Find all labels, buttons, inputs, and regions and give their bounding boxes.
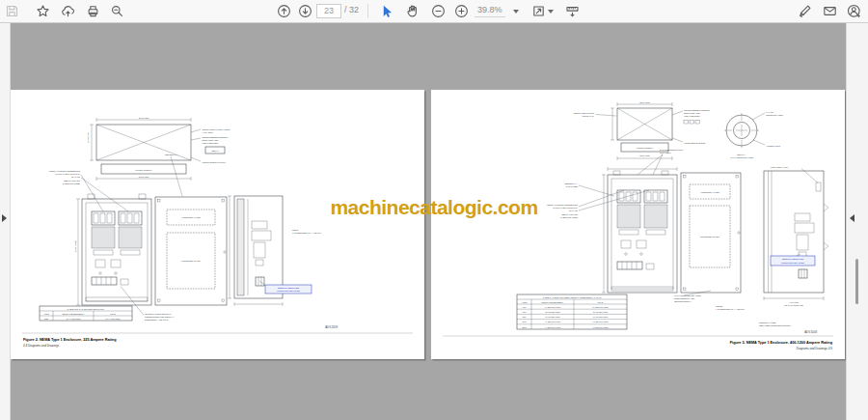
svg-text:800: 800 [523, 316, 527, 318]
note-block: NOTE: 1. DIMENSIONS IN ( ) ARE MM. [292, 229, 321, 234]
select-tool-icon[interactable] [378, 3, 394, 19]
print-icon[interactable] [85, 3, 101, 19]
svg-text:(4) 250-500 MCM: (4) 250-500 MCM [592, 326, 609, 328]
svg-text:(2 PLACES): (2 PLACES) [660, 152, 671, 154]
scrollbar-rail[interactable] [846, 23, 868, 420]
email-icon[interactable] [822, 3, 838, 19]
svg-text:NORMAL POWER CONNECTION: NORMAL POWER CONNECTION [49, 170, 80, 172]
account-icon[interactable] [846, 3, 862, 19]
pdf-page-right[interactable]: 38.00 (965) WIRING TROUGH 38.50 (978) RE… [431, 90, 845, 359]
door-view: ACCESSORY PANEL CUSTOMER LOADS [155, 197, 227, 305]
scrollbar-thumb[interactable] [855, 259, 858, 304]
svg-text:FREE CONDUIT AREA: FREE CONDUIT AREA [674, 297, 695, 299]
zoom-caret-icon[interactable] [513, 10, 519, 14]
toolbar-separator [367, 4, 368, 18]
svg-text:(3) 3/0-250 MCM: (3) 3/0-250 MCM [593, 316, 609, 318]
zoom-in-icon[interactable] [453, 3, 470, 19]
svg-text:4.00 (102): 4.00 (102) [789, 301, 799, 303]
svg-text:ANGLE (TYP): ANGLE (TYP) [582, 115, 594, 117]
svg-text:AMPS: AMPS [522, 301, 529, 303]
zoom-out-icon[interactable] [430, 3, 447, 19]
fit-page-icon[interactable] [530, 3, 547, 19]
svg-text:CABLE LUG SIZES: CABLE LUG SIZES [560, 216, 579, 218]
watermark-text: machinecatalogic.com [330, 196, 537, 219]
svg-text:REMOVABLE LIFTING: REMOVABLE LIFTING [574, 112, 595, 114]
svg-text:ACCESSORY PANEL: ACCESSORY PANEL [181, 216, 202, 218]
svg-text:SEE CHART FOR: SEE CHART FOR [561, 213, 578, 215]
svg-text:BAR GROUNDING LUGS: BAR GROUNDING LUGS [660, 149, 684, 151]
svg-text:1000: 1000 [522, 321, 527, 322]
svg-text:NORMAL POWER CONNECTION: NORMAL POWER CONNECTION [547, 204, 578, 206]
svg-text:(2) 3/0-250 MCM: (2) 3/0-250 MCM [545, 311, 560, 313]
svg-text:TORQUE VALUES:: TORQUE VALUES: [759, 322, 776, 323]
page-footer: Diagrams and Drawings 4-9 [797, 347, 833, 350]
hand-tool-icon[interactable] [404, 3, 420, 19]
cloud-upload-icon[interactable] [60, 3, 76, 19]
svg-text:(4) 250-500 MCM: (4) 250-500 MCM [545, 326, 561, 328]
breaker-module [119, 211, 142, 255]
svg-text:0.44 (11): 0.44 (11) [766, 111, 773, 113]
note-block: NOTES: 1. DIMENSIONS IN ( ) ARE MM. TORQ… [716, 305, 791, 326]
previous-page-icon[interactable] [276, 3, 292, 19]
page-total-label: / 32 [344, 5, 359, 14]
svg-text:(4) 250-500 MCM: (4) 250-500 MCM [545, 321, 561, 322]
page-number-input[interactable]: 23 [316, 4, 341, 18]
svg-text:SEE CHART FOR: SEE CHART FOR [64, 180, 80, 182]
engineering-drawing-figure2: 30.00 (762) WIRING TROUGH 30.50 (775) 11… [11, 90, 424, 359]
svg-text:WIRING TROUGH: WIRING TROUGH [135, 169, 152, 171]
svg-text:ENTRANCE AREA: ENTRANCE AREA [684, 112, 701, 114]
svg-text:BY PASS: BY PASS [71, 176, 80, 178]
front-view [602, 167, 677, 293]
hyperlink-callout[interactable]: SEISMIC CERTIFIED MOUNTING BRACKET [259, 281, 312, 294]
document-canvas[interactable]: 30.00 (762) WIRING TROUGH 30.50 (775) 11… [10, 23, 847, 420]
zoom-level-select[interactable]: 39.8% [475, 4, 505, 17]
next-page-icon[interactable] [297, 3, 313, 19]
star-icon[interactable] [35, 3, 51, 19]
side-view: LOCKABLE LATCH 4.00 (102) TO WALL SURFAC… [764, 166, 828, 306]
expand-nav-pane-icon[interactable] [2, 214, 7, 222]
svg-text:38.50 (978): 38.50 (978) [639, 154, 650, 156]
expand-tools-pane-icon[interactable] [850, 214, 854, 222]
svg-text:(1) #4-300 MCM: (1) #4-300 MCM [66, 318, 80, 320]
svg-text:(TOP & BOTTOM): (TOP & BOTTOM) [203, 142, 219, 144]
svg-text:WALL MOUNTING HOLE: WALL MOUNTING HOLE [730, 156, 753, 158]
svg-text:EMERGENCY AND LOAD: EMERGENCY AND LOAD [145, 319, 169, 321]
svg-text:CABLE LUG SIZES: CABLE LUG SIZES [63, 182, 81, 184]
pdf-viewer-window: 23 / 32 39.8% [0, 0, 868, 420]
svg-text:(BOTTOM ENTRY): (BOTTOM ENTRY) [674, 300, 692, 302]
power-connection-callout: NORMAL POWER CONNECTION (TYPICAL LEFT TO… [49, 170, 128, 211]
svg-text:SEE DETAIL A: SEE DETAIL A [564, 182, 578, 184]
svg-text:38.00 (965): 38.00 (965) [639, 101, 650, 103]
drawing-number: ADV-5929 [325, 325, 338, 329]
engineering-drawing-figure3: 38.00 (965) WIRING TROUGH 38.50 (978) RE… [431, 90, 845, 359]
svg-text:DETAIL: DETAIL [211, 150, 219, 152]
svg-text:(TYPICAL LEFT TO RIGHT): (TYPICAL LEFT TO RIGHT) [553, 207, 578, 209]
fill-sign-icon[interactable] [797, 3, 813, 19]
top-view: 38.00 (965) WIRING TROUGH 38.50 (978) RE… [574, 101, 711, 161]
svg-text:OPTIONAL SOLID NEUTRAL: OPTIONAL SOLID NEUTRAL [145, 313, 172, 315]
pdf-page-left[interactable]: 30.00 (762) WIRING TROUGH 30.50 (775) 11… [11, 90, 424, 359]
svg-text:NORMAL/EMERGENCY: NORMAL/EMERGENCY [542, 301, 564, 303]
svg-text:30.00 (762): 30.00 (762) [139, 117, 149, 119]
svg-text:11.00 (279): 11.00 (279) [87, 132, 89, 143]
fit-page-caret-icon[interactable] [548, 10, 554, 14]
breaker-module [617, 190, 640, 235]
svg-text:RECOMMENDED CONDUIT: RECOMMENDED CONDUIT [203, 136, 230, 138]
breaker-module [92, 211, 115, 255]
svg-text:NOTE:: NOTE: [292, 229, 299, 231]
zoom-search-icon[interactable] [109, 3, 125, 19]
hyperlink-callout[interactable]: SEISMIC CERTIFIED MOUNTING BRACKET [771, 254, 815, 266]
navigation-pane-rail [0, 23, 11, 420]
svg-text:LOAD: LOAD [110, 313, 116, 315]
svg-text:30.50 (775): 30.50 (775) [139, 176, 149, 178]
svg-text:DETAIL A: DETAIL A [738, 154, 747, 155]
save-icon[interactable] [4, 3, 20, 19]
svg-text:CUSTOMER LOADS: CUSTOMER LOADS [700, 236, 719, 238]
lug-table: TABLE 1. CABLE LUG SIZES, NORMAL, EMERGE… [517, 294, 627, 329]
svg-text:225: 225 [44, 318, 48, 320]
ruler-tool-icon[interactable] [564, 3, 581, 19]
svg-text:LOCKABLE LATCH: LOCKABLE LATCH [771, 166, 789, 168]
svg-text:MOUNTING HOLE: MOUNTING HOLE [766, 114, 783, 116]
see-detail-callout: SEE DETAIL A [165, 154, 182, 197]
svg-text:FRONT SIDE OF SWITCH: FRONT SIDE OF SWITCH [203, 161, 227, 163]
